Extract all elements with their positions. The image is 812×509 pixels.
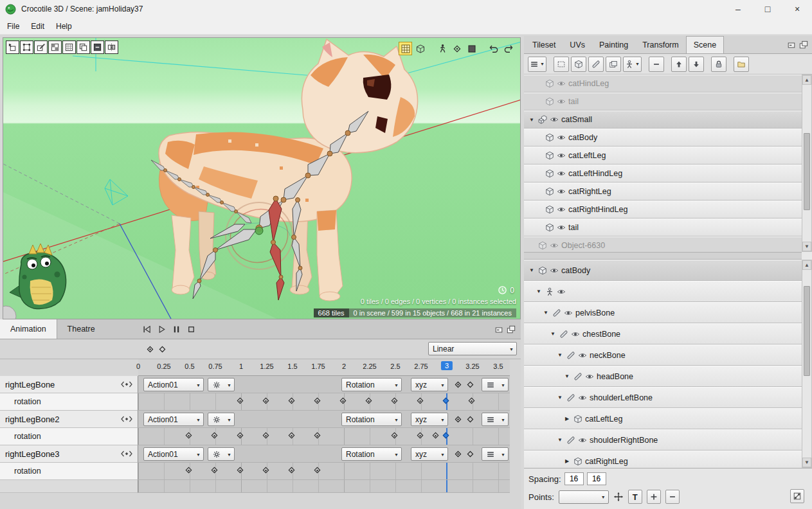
tree-item-tail[interactable]: tail	[524, 219, 802, 237]
float-panel-icon[interactable]	[799, 40, 808, 49]
channel-label-rotation[interactable]: rotation	[0, 463, 138, 480]
keyframe[interactable]	[263, 433, 269, 439]
tree-item-Object-6630[interactable]: Object-6630	[524, 237, 802, 252]
expander-open-icon[interactable]: ▼	[528, 267, 536, 273]
scroll-down-icon[interactable]: ▼	[802, 458, 811, 467]
lock-button[interactable]	[711, 57, 726, 72]
keyframe[interactable]	[392, 433, 398, 439]
tree-item-catRightHindLeg[interactable]: catRightHindLeg	[524, 201, 802, 219]
tile-vertex-icon[interactable]	[20, 40, 33, 54]
keyframe[interactable]	[366, 398, 372, 404]
expander-open-icon[interactable]: ▼	[556, 395, 564, 400]
keyframe-nav-icon[interactable]	[121, 451, 132, 457]
ruler-tick-1.25[interactable]: 1.25	[260, 362, 273, 370]
menu-file[interactable]: File	[1, 19, 25, 33]
ruler-tick-3[interactable]: 3	[441, 361, 453, 370]
frames-button[interactable]	[606, 57, 621, 72]
channel-select[interactable]: Rotation▼	[341, 378, 402, 391]
tile-draw-icon[interactable]	[34, 40, 48, 54]
arrow-down-button[interactable]	[689, 57, 704, 72]
eye-icon[interactable]	[557, 205, 566, 214]
insert-keyframe-button[interactable]	[452, 378, 464, 391]
keyframe[interactable]	[314, 398, 321, 404]
solid-view-icon[interactable]	[465, 42, 478, 55]
keyframe-nav-icon[interactable]	[121, 381, 132, 388]
keyframe[interactable]	[340, 398, 347, 404]
tree-item-catBody[interactable]: catBody	[524, 129, 802, 147]
tree-item-armature[interactable]: ▼	[524, 281, 802, 302]
cube-button[interactable]	[571, 57, 586, 72]
redo-icon[interactable]	[501, 42, 515, 55]
eye-icon[interactable]	[564, 308, 573, 317]
eye-icon[interactable]	[557, 79, 566, 88]
channel-label-rotation[interactable]: rotation	[0, 393, 138, 411]
ruler-tick-0.75[interactable]: 0.75	[208, 362, 222, 370]
move-points-icon[interactable]	[613, 492, 624, 502]
folder-button[interactable]	[734, 57, 749, 72]
ruler-tick-0.25[interactable]: 0.25	[157, 362, 170, 370]
keyframe-track[interactable]	[138, 428, 510, 445]
playhead[interactable]	[446, 463, 447, 479]
action-select[interactable]: Action01▼	[143, 378, 204, 391]
ruler-tick-1[interactable]: 1	[239, 362, 243, 370]
insert-keyframe-button[interactable]	[452, 447, 464, 461]
channel-select[interactable]: Rotation▼	[341, 413, 402, 426]
box-select-icon[interactable]	[413, 42, 427, 55]
eye-icon[interactable]	[578, 351, 587, 360]
eye-icon[interactable]	[557, 187, 566, 196]
scroll-up-icon[interactable]: ▲	[802, 260, 811, 270]
track-rightLegBone[interactable]: rightLegBone	[0, 376, 138, 393]
tile-clone-icon[interactable]	[77, 40, 90, 54]
tile-select-icon[interactable]	[6, 40, 19, 54]
expander-open-icon[interactable]: ▼	[535, 289, 543, 294]
keyframe[interactable]	[186, 467, 192, 474]
tab-uvs[interactable]: UVs	[563, 36, 592, 53]
object-tree-scrollbar[interactable]: ▲ ▼	[802, 75, 812, 252]
armature-button[interactable]: ▼	[623, 57, 642, 72]
menu-help[interactable]: Help	[50, 19, 78, 33]
panel-corner-icon[interactable]	[790, 489, 804, 503]
keyframe[interactable]	[417, 433, 424, 439]
text-tool-button[interactable]: T	[628, 490, 642, 504]
tab-scene[interactable]: Scene	[686, 36, 724, 53]
tab-animation[interactable]: Animation	[0, 319, 57, 339]
close-button[interactable]: ×	[782, 0, 812, 18]
keyframe[interactable]	[443, 398, 449, 404]
keyframe[interactable]	[237, 467, 244, 474]
modifier-select[interactable]: ▼	[208, 413, 235, 426]
ruler-tick-3.25[interactable]: 3.25	[465, 362, 479, 370]
tree-item-catRightLeg[interactable]: catRightLeg	[524, 183, 802, 201]
channel-select[interactable]: Rotation▼	[341, 447, 402, 461]
eye-icon[interactable]	[557, 151, 566, 160]
tree-item-shoulderRightBone[interactable]: ▼shoulderRightBone	[524, 429, 802, 451]
minimize-button[interactable]: –	[723, 0, 753, 18]
interpolation-select[interactable]: Linear ▼	[428, 342, 517, 355]
eye-icon[interactable]	[557, 133, 566, 142]
float-panel-icon[interactable]	[507, 325, 516, 334]
tree-item-catLeftHindLeg[interactable]: catLeftHindLeg	[524, 165, 802, 183]
remove-keyframe-button[interactable]	[464, 413, 476, 426]
menu-edit[interactable]: Edit	[25, 19, 50, 33]
stop-button[interactable]	[185, 323, 197, 336]
ruler-tick-3.5[interactable]: 3.5	[493, 362, 503, 370]
channel-label-rotation[interactable]: rotation	[0, 428, 138, 445]
tree-divider[interactable]	[524, 252, 802, 260]
keyframe[interactable]	[186, 433, 192, 439]
keyframe-track[interactable]	[138, 393, 510, 411]
tree-item-chestBone[interactable]: ▼chestBone	[524, 323, 802, 344]
keyframe[interactable]	[314, 467, 321, 474]
expander-closed-icon[interactable]: ▶	[563, 458, 571, 464]
arrow-up-button[interactable]	[671, 57, 687, 72]
tab-painting[interactable]: Painting	[592, 36, 635, 53]
expander-open-icon[interactable]: ▼	[556, 437, 564, 443]
vscroll-thumb[interactable]	[804, 133, 810, 210]
tree-item-catSmall[interactable]: ▼catSmall	[524, 111, 802, 129]
remove-keyframe-button[interactable]	[464, 447, 476, 461]
tree-item-pelvisBone[interactable]: ▼pelvisBone	[524, 302, 802, 323]
tree-item-catHindLeg[interactable]: catHindLeg	[524, 75, 802, 93]
pause-button[interactable]	[170, 323, 183, 336]
eye-icon[interactable]	[550, 115, 559, 124]
skip-start-button[interactable]	[140, 323, 153, 336]
tree-item-shoulderLeftBone[interactable]: ▼shoulderLeftBone	[524, 387, 802, 408]
action-select[interactable]: Action01▼	[143, 447, 204, 461]
